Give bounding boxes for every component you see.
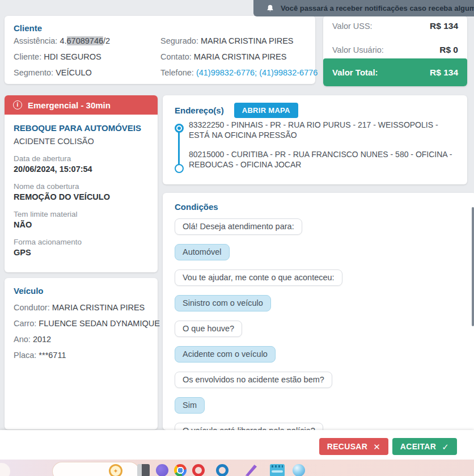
phone-link[interactable]: (41)99832-6776; (41)99832-6776: [196, 68, 318, 77]
value-total: R$ 134: [430, 68, 458, 78]
assistance-number-highlight: 67089746: [67, 36, 104, 45]
reject-button[interactable]: RECUSAR ✕: [319, 438, 388, 455]
blue-sphere-app-icon[interactable]: [293, 464, 305, 476]
chrome-icon[interactable]: [174, 464, 187, 476]
service-field: Forma acionamento GPS: [14, 238, 149, 257]
emergency-banner-label: Emergencial - 30min: [28, 100, 111, 110]
conditions-scrollbar[interactable]: [472, 207, 474, 326]
service-field: Tem limite material NÃO: [14, 210, 149, 229]
destination-marker-icon: [175, 164, 184, 173]
conditions-chat: Olá! Deseja atendimento para: Automóvel …: [175, 218, 474, 430]
notification-toast[interactable]: Você passará a receber notificações caso…: [253, 0, 474, 16]
info-icon: i: [13, 100, 22, 109]
year-row: Ano: 2012: [14, 331, 149, 347]
chat-bubble: Automóvel: [175, 244, 230, 260]
close-icon: ✕: [373, 443, 380, 451]
service-field: Nome da cobertura REMOÇÃO DO VEÍCULO: [14, 182, 149, 201]
addresses-card: Endereço(s) ABRIR MAPA 83322250 - PINHAI…: [163, 95, 467, 184]
chat-bubble: Sim: [175, 397, 205, 414]
value-total-banner: Valor Total: R$ 134: [323, 58, 467, 86]
service-name: REBOQUE PARA AUTOMÓVEIS: [14, 123, 149, 133]
chat-bubble: Sinistro com o veículo: [175, 295, 271, 311]
client-card-title: Cliente: [14, 23, 306, 33]
taskbar-search-widget[interactable]: [53, 462, 139, 476]
bell-icon: [266, 4, 274, 13]
client-card: Cliente Assistência: 4.67089746/2 Client…: [5, 16, 315, 84]
segment-row: Segmento: VEÍCULO: [14, 65, 153, 81]
chat-bubble: Os envolvidos no acidente estão bem?: [175, 372, 332, 388]
vehicle-card-title: Veículo: [14, 286, 149, 296]
car-row: Carro: FLUENCE SEDAN DYNAMIQUE: [14, 315, 149, 331]
chat-bubble: Olá! Deseja atendimento para:: [175, 218, 302, 235]
chat-bubble: O veículo está liberado pela polícia?: [175, 423, 323, 430]
notification-text: Você passará a receber notificações caso…: [281, 4, 474, 12]
driver-row: Condutor: MARIA CRISTINA PIRES: [14, 300, 149, 315]
chat-bubble: Vou te ajudar, me conte o que aconteceu:: [175, 269, 342, 286]
phone-row: Telefone: (41)99832-6776; (41)99832-6776: [160, 65, 318, 81]
addresses-title: Endereço(s): [175, 106, 224, 115]
footer-action-bar: RECUSAR ✕ ACEITAR ✓: [0, 430, 474, 460]
check-icon: ✓: [442, 443, 449, 451]
open-map-button[interactable]: ABRIR MAPA: [234, 103, 298, 118]
service-fields: Data de abertura 20/06/2024, 15:07:54 No…: [14, 154, 149, 257]
taskbar-left-pill[interactable]: [0, 463, 10, 476]
chat-bubble: O que houve?: [175, 321, 242, 337]
assistance-number-row: Assistência: 4.67089746/2: [14, 33, 153, 49]
dark-app-icon[interactable]: [137, 464, 150, 476]
service-card: i Emergencial - 30min REBOQUE PARA AUTOM…: [5, 95, 158, 272]
value-uss-row: Valor USS: R$ 134: [332, 20, 458, 32]
contact-row: Contato: MARIA CRISTINA PIRES: [160, 49, 318, 65]
emergency-banner: i Emergencial - 30min: [5, 95, 158, 115]
destination-address: 80215000 - CURITIBA - PR - RUA FRANCISCO…: [189, 149, 460, 170]
value-uss: R$ 134: [430, 21, 458, 31]
purple-swoosh-app-icon[interactable]: [244, 464, 257, 476]
conditions-card: Condições Olá! Deseja atendimento para: …: [163, 193, 474, 430]
taskbar: [0, 460, 474, 476]
star-badge-icon[interactable]: [109, 464, 122, 476]
blue-ring-app-icon[interactable]: [216, 464, 228, 476]
teal-terminal-app-icon[interactable]: [270, 464, 285, 476]
service-field: Data de abertura 20/06/2024, 15:07:54: [14, 154, 149, 174]
chat-bubble: Acidente com o veículo: [175, 346, 276, 363]
conditions-title: Condições: [175, 202, 474, 212]
plate-row: Placa: ***6711: [14, 347, 149, 363]
client-name-row: Cliente: HDI SEGUROS: [14, 49, 153, 65]
route-line: [178, 132, 180, 165]
values-card: Valor USS: R$ 134 Valor Usuário: R$ 0 Va…: [323, 16, 467, 86]
value-user: R$ 0: [439, 45, 458, 55]
accept-button[interactable]: ACEITAR ✓: [392, 438, 457, 455]
purple-app-icon[interactable]: [156, 464, 168, 476]
insured-row: Segurado: MARIA CRISTINA PIRES: [160, 33, 318, 49]
value-user-row: Valor Usuário: R$ 0: [332, 44, 458, 56]
service-type: ACIDENTE COLISÃO: [14, 137, 149, 146]
vehicle-card: Veículo Condutor: MARIA CRISTINA PIRES C…: [5, 278, 158, 429]
red-ring-app-icon[interactable]: [192, 464, 205, 476]
origin-marker-icon: [175, 124, 184, 133]
origin-address: 83322250 - PINHAIS - PR - RUA RIO PURUS …: [189, 120, 460, 140]
assistance-number: 4.67089746/2: [60, 36, 110, 45]
